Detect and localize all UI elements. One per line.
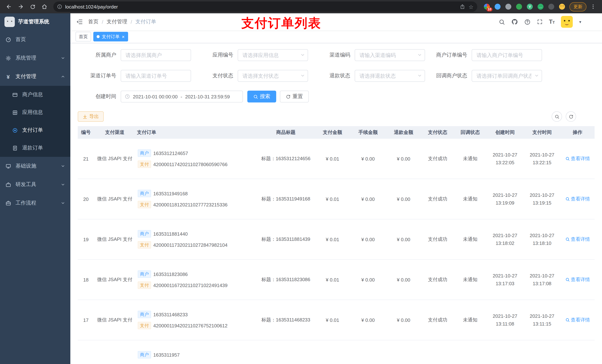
- product-title-cell: 标题：1635312124656: [257, 139, 315, 179]
- payment-submenu: 商户信息 应用信息 支付订单 退款订单: [0, 86, 70, 157]
- pay-status-cell: 支付成功: [421, 219, 454, 260]
- sidebar-item-app-info[interactable]: 应用信息: [0, 104, 70, 121]
- briefcase-icon: [5, 200, 11, 206]
- column-header: 支付金额: [315, 126, 350, 139]
- breadcrumb: 首页 / 支付管理 / 支付订单: [88, 19, 156, 25]
- search-toggle-button[interactable]: [552, 111, 562, 122]
- site-info-icon[interactable]: [57, 4, 62, 9]
- view-detail-link[interactable]: 查看详情: [565, 155, 590, 162]
- pay-order-no: 4200001174202110278060590766: [153, 161, 227, 167]
- pay-order-cell: 商户 1635311957: [136, 340, 257, 364]
- callback-status-select[interactable]: [472, 70, 542, 82]
- app-select[interactable]: [238, 49, 308, 61]
- refresh-button[interactable]: [566, 111, 576, 122]
- sidebar-item-workflow[interactable]: 工作流程: [0, 194, 70, 212]
- view-detail-link[interactable]: 查看详情: [565, 196, 590, 202]
- pay-amount-cell: ¥ 0.01: [315, 219, 350, 260]
- extension-chat-icon[interactable]: …: [538, 4, 544, 10]
- pay-order-cell: 商户 1635311823086 支付 42000011672021102710…: [136, 260, 257, 300]
- fee-amount-cell: ¥ 0.00: [350, 300, 386, 340]
- date-range-picker[interactable]: 2021-10-01 00:00:00 - 2021-10-31 23:59:5…: [121, 91, 243, 103]
- reload-button[interactable]: [27, 1, 38, 12]
- create-time-cell: 2021-10-27 13:19:09: [486, 179, 524, 219]
- merchant-order-no: 1635311957: [153, 352, 180, 357]
- reset-button[interactable]: 重置: [280, 91, 309, 103]
- breadcrumb-pay-manage[interactable]: 支付管理: [107, 19, 127, 25]
- product-title-cell: 标题：1635311881439: [257, 219, 315, 260]
- sidebar-item-system[interactable]: 系统管理: [0, 49, 70, 67]
- browser-update-button[interactable]: 更新: [570, 2, 586, 11]
- action-cell: 查看详情: [560, 139, 595, 179]
- extension-colorful-icon[interactable]: 10: [484, 4, 490, 10]
- pay-order-no: 4200001181202110277723215336: [153, 202, 227, 207]
- merchant-order-no: 1635311881440: [153, 231, 188, 237]
- extension-emoji-icon[interactable]: [559, 4, 565, 10]
- sidebar: 芋道管理系统 首页 系统管理 ¥ 支付管理 商户信息: [0, 13, 70, 364]
- font-size-button[interactable]: TT: [549, 19, 555, 25]
- fee-amount-cell: ¥ 0.00: [350, 179, 386, 219]
- product-title-cell: 标题：1635311949168: [257, 179, 315, 219]
- table-header-row: 编号 支付渠道 支付订单 商品标题 支付金额 手续金额 退款金额 支付状态 回调…: [78, 126, 595, 139]
- tab-close-icon[interactable]: ×: [122, 34, 125, 39]
- sidebar-item-pay-order[interactable]: 支付订单: [0, 121, 70, 139]
- sidebar-item-payment[interactable]: ¥ 支付管理: [0, 67, 70, 86]
- refund-status-select[interactable]: [355, 70, 425, 82]
- pay-channel-cell: 微信 JSAPI 支付: [94, 219, 136, 260]
- bookmark-star-icon[interactable]: ☆: [469, 4, 473, 10]
- sidebar-item-refund-order[interactable]: 退款订单: [0, 139, 70, 157]
- extension-pin-icon[interactable]: [548, 4, 554, 10]
- extension-vue-icon[interactable]: V: [527, 4, 533, 10]
- extension-green-icon[interactable]: [516, 4, 522, 10]
- pay-status-cell: 支付成功: [421, 139, 454, 179]
- table-row: 19 微信 JSAPI 支付 商户 1635311881440 支付 42000…: [78, 219, 595, 260]
- sidebar-item-infrastructure[interactable]: 基础设施: [0, 157, 70, 175]
- filter-label: 渠道订单号: [78, 73, 121, 79]
- help-button[interactable]: [524, 19, 530, 25]
- merchant-input[interactable]: [121, 49, 191, 61]
- view-detail-link[interactable]: 查看详情: [565, 317, 590, 323]
- pay-tag: 支付: [138, 322, 151, 329]
- browser-menu-button[interactable]: [588, 1, 598, 12]
- avatar-caret-icon[interactable]: ▾: [579, 20, 581, 24]
- tab-home[interactable]: 首页: [75, 32, 91, 42]
- chevron-down-icon: [61, 182, 65, 187]
- url-bar[interactable]: localhost:1024/pay/order ☆: [53, 1, 477, 12]
- action-cell: 查看详情: [560, 179, 595, 219]
- pay-status-select[interactable]: [238, 70, 308, 82]
- pay-amount-cell: ¥ 0.01: [315, 300, 350, 340]
- sidebar-item-dev-tools[interactable]: 研发工具: [0, 175, 70, 194]
- back-button[interactable]: [4, 1, 14, 12]
- sidebar-item-home[interactable]: 首页: [0, 30, 70, 49]
- column-header: 创建时间: [486, 126, 524, 139]
- share-icon[interactable]: [460, 4, 465, 9]
- merchant-order-input[interactable]: [472, 49, 542, 61]
- sidebar-toggle-button[interactable]: [76, 19, 83, 25]
- breadcrumb-pay-order: 支付订单: [136, 19, 156, 25]
- sidebar-item-merchant-info[interactable]: 商户信息: [0, 86, 70, 104]
- filter-label: 商户订单编号: [429, 52, 472, 58]
- channel-code-select[interactable]: [355, 49, 425, 61]
- header-search-button[interactable]: [498, 19, 505, 25]
- url-text[interactable]: localhost:1024/pay/order: [65, 4, 460, 10]
- search-button[interactable]: 搜索: [247, 91, 276, 103]
- pay-channel-cell: 微信 JSAPI 支付: [94, 179, 136, 219]
- view-detail-link[interactable]: 查看详情: [565, 276, 590, 283]
- channel-order-input[interactable]: [121, 70, 191, 82]
- fullscreen-button[interactable]: [537, 19, 543, 25]
- user-avatar[interactable]: [561, 16, 573, 28]
- tab-pay-order[interactable]: 支付订单 ×: [93, 32, 128, 42]
- view-detail-link[interactable]: 查看详情: [565, 236, 590, 243]
- extension-drop-icon[interactable]: [493, 2, 502, 11]
- extension-gray-icon[interactable]: [505, 4, 511, 10]
- pay-tag: 支付: [138, 281, 151, 289]
- export-button[interactable]: 导出: [78, 111, 104, 122]
- github-button[interactable]: [511, 19, 518, 25]
- forward-button[interactable]: [16, 1, 26, 12]
- product-title-cell: [257, 340, 315, 364]
- home-button[interactable]: [39, 1, 50, 12]
- gear-icon: [5, 55, 11, 61]
- filter-label: 退款状态: [312, 73, 355, 79]
- extensions-area: 10 V …: [484, 4, 565, 10]
- column-header: 回调状态: [454, 126, 486, 139]
- breadcrumb-home[interactable]: 首页: [88, 19, 98, 25]
